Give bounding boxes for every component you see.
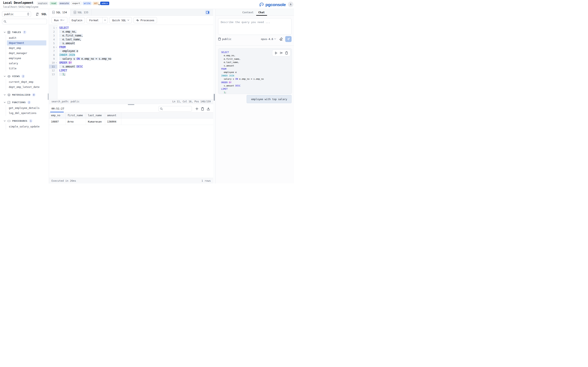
results-filter-input[interactable] (158, 106, 192, 111)
gutter-line-4[interactable]: 4 (49, 38, 57, 42)
add-row-icon[interactable] (195, 107, 199, 110)
code-line: INNER JOIN (221, 74, 292, 77)
editor-toolbar: Run ⌘↵ Explain Format Quick SQL Processe… (49, 16, 213, 25)
download-results-icon[interactable] (207, 107, 210, 110)
chat-input[interactable] (218, 18, 291, 35)
tree-item-employee[interactable]: employee (7, 56, 46, 61)
gutter-line-10[interactable]: 10▾ (49, 61, 57, 65)
tree-item-log_dml_operations[interactable]: log_dml_operations (7, 110, 46, 116)
panel-resize-gutter[interactable] (213, 9, 216, 184)
format-dropdown[interactable] (102, 17, 108, 23)
active-tab-indicator (256, 15, 267, 16)
table-cell[interactable]: Arno (65, 118, 86, 125)
copy-results-icon[interactable] (201, 107, 204, 110)
result-timer-tab[interactable]: 00:51:27 (52, 107, 64, 110)
gutter-line-7[interactable]: 7 (49, 49, 57, 53)
section-header-procedures[interactable]: PROCEDURES1 (0, 118, 49, 124)
layers-icon (7, 93, 11, 96)
chevron-down-icon (4, 120, 6, 122)
table-cell[interactable]: Kumaresan (86, 118, 105, 125)
sql-editor[interactable]: 1▾23456▾78910▾111213 SELECT e.emp_no, e.… (49, 25, 213, 99)
editor-gutter: 1▾23456▾78910▾111213 (49, 25, 57, 99)
tab-label: SQL 133 (78, 11, 88, 14)
quick-sql-button[interactable]: Quick SQL (109, 17, 132, 23)
refresh-icon[interactable] (35, 12, 39, 16)
search-icon (4, 20, 6, 23)
gutter-line-3[interactable]: 3 (49, 34, 57, 38)
section-label: MATERIALIZED (12, 94, 30, 96)
gutter-line-1[interactable]: 1▾ (49, 26, 57, 30)
table-row[interactable]: 10897ArnoKumaresan136004 (49, 118, 213, 125)
tree-item-get_employee_details[interactable]: get_employee_details (7, 105, 46, 110)
gutter-line-5[interactable]: 5 (49, 42, 57, 45)
code-line: 1; (221, 91, 292, 94)
tab-chat[interactable]: Chat (258, 9, 265, 16)
gutter-line-2[interactable]: 2 (49, 30, 57, 34)
section-header-tables[interactable]: TABLES7 (0, 30, 49, 35)
tree-item-dept_emp_latest_date[interactable]: dept_emp_latest_date (7, 84, 46, 90)
tree-item-department[interactable]: department (7, 40, 46, 45)
model-select[interactable]: opus-4.6 (261, 38, 276, 41)
fold-icon[interactable]: ▾ (56, 61, 57, 65)
editor-tab-sql-133[interactable]: SQL 133 (70, 9, 92, 16)
tree-item-title[interactable]: title (7, 66, 46, 71)
gutter-line-9[interactable]: 9 (49, 57, 57, 61)
send-button[interactable] (285, 36, 292, 42)
results-footer: Executed in 26ms 1 rows (49, 178, 213, 184)
section-header-views[interactable]: VIEWS2 (0, 74, 49, 79)
main-scrollbar-thumb[interactable] (214, 94, 215, 101)
chat-composer (218, 18, 292, 35)
toggle-side-panel-button[interactable] (205, 10, 210, 15)
run-button[interactable]: Run ⌘↵ (52, 17, 67, 23)
assistant-panel: Context Chat public opus-4.6 SELECT e.em… (216, 9, 294, 184)
tree-item-dept_manager[interactable]: dept_manager (7, 50, 46, 56)
user-message-bubble: employee with top salary (247, 95, 292, 103)
processes-button[interactable]: Processes (134, 17, 157, 23)
section-header-materialized[interactable]: MATERIALIZED0 (0, 92, 49, 98)
tree-item-audit[interactable]: audit (7, 35, 46, 40)
sidebar-search-input[interactable] (2, 19, 47, 24)
code-icon (7, 120, 11, 122)
column-header-first_name[interactable]: first_name (65, 113, 86, 118)
elephant-logo-icon (259, 2, 264, 7)
editor-tabstrip: SQL 134SQL 133 (49, 9, 213, 16)
column-header-last_name[interactable]: last_name (86, 113, 105, 118)
chevron-down-icon[interactable] (98, 3, 101, 6)
grid-icon (7, 31, 10, 34)
editor-code[interactable]: SELECT e.emp_no, e.first_name, e.last_na… (57, 25, 213, 99)
sidebar-scrollbar[interactable] (48, 93, 49, 100)
run-snippet-icon[interactable] (275, 52, 277, 54)
user-avatar[interactable]: A (288, 2, 293, 7)
cursor-position-status: Ln 11, Col 16, Pos 148/159 (172, 100, 211, 103)
tab-context[interactable]: Context (242, 9, 254, 16)
tree-item-dept_emp[interactable]: dept_emp (7, 45, 46, 50)
copy-snippet-icon[interactable] (285, 51, 288, 54)
code-line: s.amount DESC (59, 65, 213, 68)
sql-mode-label[interactable]: SQL (42, 12, 47, 16)
fold-icon[interactable]: ▾ (56, 26, 57, 30)
code-line: LIMIT (59, 68, 213, 72)
format-button[interactable]: Format (86, 17, 108, 23)
tree-item-salary[interactable]: salary (7, 61, 46, 66)
editor-tab-sql-134[interactable]: SQL 134 (49, 9, 70, 16)
tree-item-current_dept_emp[interactable]: current_dept_emp (7, 79, 46, 84)
gutter-line-6[interactable]: 6▾ (49, 45, 57, 49)
column-header-emp_no[interactable]: emp_no (49, 113, 65, 118)
explain-button[interactable]: Explain (69, 17, 85, 23)
processes-label: Processes (140, 19, 154, 22)
gutter-line-11[interactable]: 11 (49, 65, 57, 68)
gutter-line-12[interactable]: 12 (49, 68, 57, 72)
schema-select[interactable]: public (2, 11, 31, 17)
tree-item-simple_salary_update[interactable]: simple_salary_update (7, 124, 46, 129)
table-cell[interactable]: 10897 (49, 118, 65, 125)
table-cell[interactable]: 136004 (105, 118, 121, 125)
insert-to-editor-icon[interactable] (280, 52, 283, 54)
gutter-line-8[interactable]: 8 (49, 53, 57, 57)
gutter-line-13[interactable]: 13 (49, 72, 57, 76)
tab-label: SQL 134 (56, 11, 67, 14)
search-icon (160, 108, 163, 110)
fold-icon[interactable]: ▾ (56, 45, 57, 49)
clear-chat-icon[interactable] (279, 37, 283, 41)
section-header-functions[interactable]: fFUNCTIONS2 (0, 100, 49, 105)
column-header-amount[interactable]: amount (105, 113, 121, 118)
